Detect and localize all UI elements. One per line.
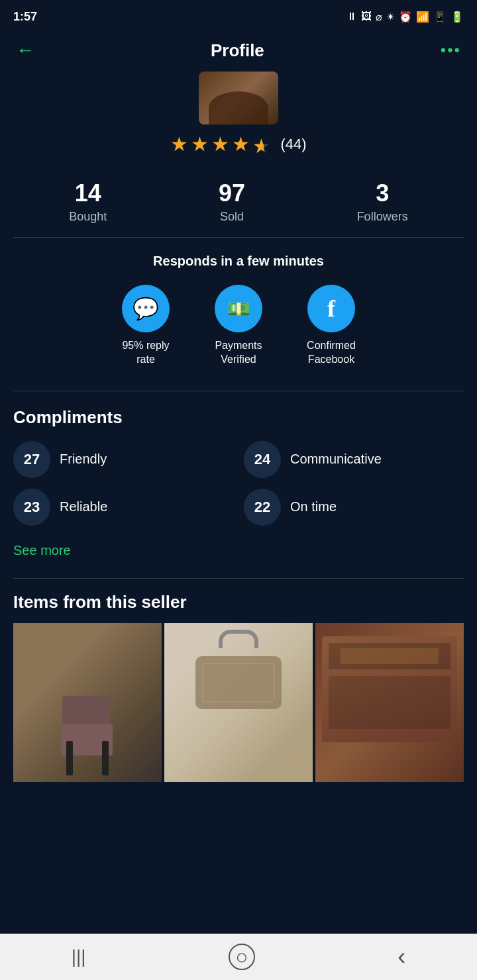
friendly-badge: 27 bbox=[13, 441, 50, 478]
followers-label: Followers bbox=[357, 210, 408, 224]
facebook-icon: f bbox=[327, 295, 335, 322]
reliable-label: Reliable bbox=[60, 499, 107, 514]
battery-icon: 🔋 bbox=[450, 11, 464, 23]
bought-label: Bought bbox=[69, 210, 107, 224]
stats-row: 14 Bought 97 Sold 3 Followers bbox=[0, 169, 477, 237]
stat-followers: 3 Followers bbox=[357, 179, 408, 224]
badges-row: 💬 95% reply rate 💵 Payments Verified f C… bbox=[13, 285, 464, 367]
status-time: 1:57 bbox=[13, 10, 37, 24]
badge-facebook: f Confirmed Facebook bbox=[298, 285, 364, 367]
image-icon: 🖼 bbox=[361, 11, 372, 23]
ontime-badge: 22 bbox=[244, 489, 281, 526]
bought-number: 14 bbox=[75, 179, 101, 207]
status-bar: 1:57 ⏸ 🖼 ⌀ ✴ ⏰ 📶 📱 🔋 bbox=[0, 0, 477, 33]
facebook-label: Confirmed Facebook bbox=[298, 339, 364, 367]
item-thumb-furniture[interactable] bbox=[315, 623, 464, 782]
ontime-label: On time bbox=[290, 499, 337, 514]
items-grid bbox=[13, 623, 464, 782]
signal-icon: 📱 bbox=[433, 11, 447, 23]
compliment-friendly: 27 Friendly bbox=[13, 441, 233, 478]
bluetooth-icon: ✴ bbox=[386, 11, 395, 23]
stat-bought: 14 Bought bbox=[69, 179, 107, 224]
chat-icon: 💬 bbox=[132, 296, 159, 321]
star-4: ★ bbox=[232, 132, 250, 156]
reliable-badge: 23 bbox=[13, 489, 50, 526]
pause-icon: ⏸ bbox=[346, 11, 357, 23]
badge-reply-rate: 💬 95% reply rate bbox=[113, 285, 179, 367]
status-icons: ⏸ 🖼 ⌀ ✴ ⏰ 📶 📱 🔋 bbox=[346, 11, 464, 23]
compliment-communicative: 24 Communicative bbox=[244, 441, 464, 478]
compliments-section: Compliments 27 Friendly 24 Communicative… bbox=[0, 391, 477, 578]
alarm-icon: ⏰ bbox=[399, 11, 412, 23]
voicemail-icon: ⌀ bbox=[376, 11, 382, 23]
rating-count: (44) bbox=[280, 136, 306, 153]
page-title: Profile bbox=[211, 40, 264, 61]
avatar bbox=[199, 72, 278, 124]
more-button[interactable]: ••• bbox=[441, 41, 461, 60]
items-section: Items from this seller bbox=[0, 579, 477, 789]
responds-section: Responds in a few minutes 💬 95% reply ra… bbox=[0, 238, 477, 380]
back-button[interactable]: ← bbox=[16, 40, 34, 61]
compliments-grid: 27 Friendly 24 Communicative 23 Reliable… bbox=[13, 441, 464, 526]
sold-number: 97 bbox=[219, 179, 245, 207]
nav-back-button[interactable]: ‹ bbox=[398, 943, 405, 971]
communicative-label: Communicative bbox=[290, 452, 382, 467]
payments-label: Payments Verified bbox=[205, 339, 272, 367]
facebook-circle: f bbox=[307, 285, 355, 332]
see-more-button[interactable]: See more bbox=[13, 543, 71, 558]
star-3: ★ bbox=[211, 132, 229, 156]
avatar-area: ★ ★ ★ ★ ★ ★ (44) bbox=[0, 72, 477, 169]
item-thumb-chair[interactable] bbox=[13, 623, 162, 782]
sold-label: Sold bbox=[220, 210, 244, 224]
compliment-ontime: 22 On time bbox=[244, 489, 464, 526]
nav-bar: ||| ○ ‹ bbox=[0, 934, 477, 980]
nav-home-button[interactable]: ○ bbox=[229, 944, 255, 970]
followers-number: 3 bbox=[376, 179, 389, 207]
stat-sold: 97 Sold bbox=[219, 179, 245, 224]
responds-text: Responds in a few minutes bbox=[13, 254, 464, 269]
items-title: Items from this seller bbox=[13, 592, 464, 612]
item-thumb-bag[interactable] bbox=[164, 623, 313, 782]
star-half: ★ ★ bbox=[252, 134, 272, 154]
wifi-icon: 📶 bbox=[416, 11, 429, 23]
reply-rate-label: 95% reply rate bbox=[113, 339, 179, 367]
compliment-reliable: 23 Reliable bbox=[13, 489, 233, 526]
star-2: ★ bbox=[191, 132, 209, 156]
nav-recent-button[interactable]: ||| bbox=[72, 946, 86, 967]
star-1: ★ bbox=[170, 132, 188, 156]
chair-visual bbox=[61, 696, 114, 775]
friendly-label: Friendly bbox=[60, 452, 107, 467]
reply-rate-circle: 💬 bbox=[122, 285, 170, 332]
badge-payments: 💵 Payments Verified bbox=[205, 285, 272, 367]
payments-circle: 💵 bbox=[215, 285, 262, 332]
app-header: ← Profile ••• bbox=[0, 33, 477, 72]
rating-row: ★ ★ ★ ★ ★ ★ (44) bbox=[170, 132, 306, 156]
stars-container: ★ ★ ★ ★ ★ ★ bbox=[170, 132, 272, 156]
payments-icon: 💵 bbox=[227, 298, 250, 320]
compliments-title: Compliments bbox=[13, 407, 464, 428]
communicative-badge: 24 bbox=[244, 441, 281, 478]
